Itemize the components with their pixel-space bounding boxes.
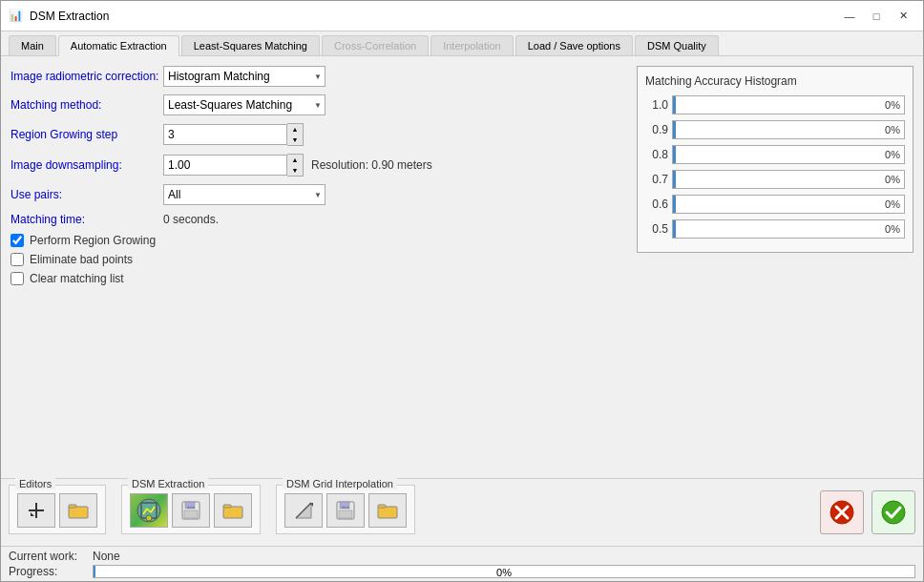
svg-rect-13 (184, 510, 198, 518)
cancel-button[interactable] (820, 490, 864, 534)
use-pairs-dropdown[interactable]: All Consecutive Multi-Scale (163, 184, 326, 205)
tab-load-save[interactable]: Load / Save options (515, 35, 633, 55)
svg-marker-2 (31, 512, 34, 516)
editors-label: Editors (15, 478, 55, 489)
hist-row-0.5: 0.5 0% (645, 219, 905, 239)
folder2-icon (222, 502, 243, 519)
matching-method-dropdown-wrapper: Least-Squares Matching Cross-Correlation (163, 94, 326, 115)
clear-matching-list-row: Clear matching list (10, 272, 627, 285)
use-pairs-control: All Consecutive Multi-Scale (163, 184, 326, 205)
main-window: 📊 DSM Extraction — □ ✕ Main Automatic Ex… (0, 0, 924, 582)
ok-button[interactable] (872, 490, 915, 534)
svg-rect-25 (378, 505, 386, 508)
maximize-button[interactable]: □ (864, 7, 889, 26)
hist-row-0.9: 0.9 0% (645, 120, 905, 139)
hist-bar-0.8: 0% (672, 145, 905, 164)
clear-matching-list-label[interactable]: Clear matching list (30, 272, 124, 285)
matching-time-value: 0 seconds. (163, 213, 219, 226)
svg-rect-3 (69, 507, 88, 518)
region-growing-row: Region Growing step ▲ ▼ (10, 123, 627, 146)
add-cursor-icon (27, 501, 46, 520)
cancel-icon (829, 499, 855, 526)
progress-text: 0% (94, 566, 914, 579)
content-area: Image radiometric correction: Histogram … (1, 56, 923, 478)
hist-text-0.9: 0% (885, 124, 900, 135)
region-growing-down[interactable]: ▼ (287, 135, 303, 145)
dsm-extraction-label: DSM Extraction (128, 478, 208, 489)
dsm-save-button[interactable]: data (172, 493, 210, 528)
dsm-open-button[interactable] (214, 493, 252, 528)
image-correction-dropdown[interactable]: Histogram Matching None Automatic (163, 66, 326, 87)
hist-text-0.7: 0% (885, 174, 900, 185)
folder-icon (68, 502, 89, 519)
region-growing-input[interactable] (163, 124, 287, 145)
title-bar: 📊 DSM Extraction — □ ✕ (1, 1, 923, 31)
hist-label-1.0: 1.0 (645, 98, 668, 112)
eliminate-bad-points-checkbox[interactable] (10, 253, 24, 266)
hist-row-0.8: 0.8 0% (645, 145, 905, 164)
perform-region-growing-label[interactable]: Perform Region Growing (30, 234, 156, 247)
hist-label-0.9: 0.9 (645, 123, 668, 136)
region-growing-spinners: ▲ ▼ (287, 123, 304, 146)
editors-open-button[interactable] (59, 493, 97, 528)
hist-text-1.0: 0% (885, 99, 900, 111)
left-panel: Image radiometric correction: Histogram … (10, 66, 627, 468)
grid-run-button[interactable] (284, 493, 323, 528)
hist-label-0.7: 0.7 (645, 173, 668, 186)
clear-matching-list-checkbox[interactable] (10, 272, 24, 285)
title-bar-left: 📊 DSM Extraction (9, 9, 109, 24)
matching-method-dropdown[interactable]: Least-Squares Matching Cross-Correlation (163, 94, 326, 115)
folder3-icon (377, 502, 398, 519)
hist-bar-0.6: 0% (672, 195, 905, 214)
histogram-box: Matching Accuracy Histogram 1.0 0% 0.9 0… (637, 66, 914, 253)
grid-run-icon (292, 499, 315, 522)
dsm-extraction-group: DSM Extraction (121, 485, 261, 534)
grid-open-button[interactable] (368, 493, 407, 528)
hist-fill-0.6 (673, 196, 676, 213)
eliminate-bad-points-label[interactable]: Eliminate bad points (30, 253, 133, 266)
hist-label-0.8: 0.8 (645, 148, 668, 161)
image-downsampling-spinners: ▲ ▼ (287, 154, 304, 177)
svg-rect-16 (223, 505, 231, 508)
svg-rect-24 (378, 507, 397, 518)
tab-auto-extraction[interactable]: Automatic Extraction (58, 35, 179, 56)
grid-save-button[interactable]: data (326, 493, 365, 528)
minimize-button[interactable]: — (837, 7, 862, 26)
current-work-label: Current work: (9, 550, 85, 563)
matching-time-label: Matching time: (10, 213, 163, 226)
tab-interpolation: Interpolation (430, 35, 514, 55)
bottom-area: Editors (1, 478, 923, 546)
hist-bar-1.0: 0% (672, 95, 905, 114)
region-growing-up[interactable]: ▲ (287, 124, 303, 135)
image-downsampling-control: ▲ ▼ (163, 154, 304, 177)
status-bar: Current work: None Progress: 0% (1, 546, 923, 581)
image-downsampling-down[interactable]: ▼ (287, 165, 303, 176)
hist-text-0.8: 0% (885, 149, 900, 160)
grid-save-icon: data (335, 500, 356, 521)
editors-buttons (17, 493, 97, 528)
image-downsampling-input[interactable] (163, 155, 287, 176)
hist-bar-0.9: 0% (672, 120, 905, 139)
image-downsampling-label: Image downsampling: (10, 158, 163, 172)
close-button[interactable]: ✕ (891, 7, 915, 26)
tab-main[interactable]: Main (9, 35, 56, 55)
editors-group: Editors (9, 485, 106, 534)
use-pairs-label: Use pairs: (10, 188, 163, 201)
image-downsampling-up[interactable]: ▲ (287, 155, 303, 165)
use-pairs-dropdown-wrapper: All Consecutive Multi-Scale (163, 184, 326, 205)
perform-region-growing-checkbox[interactable] (10, 234, 24, 247)
hist-row-0.6: 0.6 0% (645, 195, 905, 214)
hist-label-0.6: 0.6 (645, 197, 668, 211)
tab-cross-correlation: Cross-Correlation (322, 35, 429, 55)
app-icon: 📊 (9, 9, 24, 24)
tab-lsm[interactable]: Least-Squares Matching (181, 35, 320, 55)
current-work-row: Current work: None (9, 550, 915, 563)
dsm-run-button[interactable] (130, 493, 168, 528)
action-buttons (820, 490, 915, 534)
perform-region-growing-row: Perform Region Growing (10, 234, 627, 247)
editors-add-button[interactable] (17, 493, 55, 528)
hist-row-0.7: 0.7 0% (645, 170, 905, 189)
tab-dsm-quality[interactable]: DSM Quality (635, 35, 719, 55)
svg-rect-15 (223, 507, 242, 518)
image-downsampling-row: Image downsampling: ▲ ▼ Resolution: 0.90… (10, 154, 627, 177)
